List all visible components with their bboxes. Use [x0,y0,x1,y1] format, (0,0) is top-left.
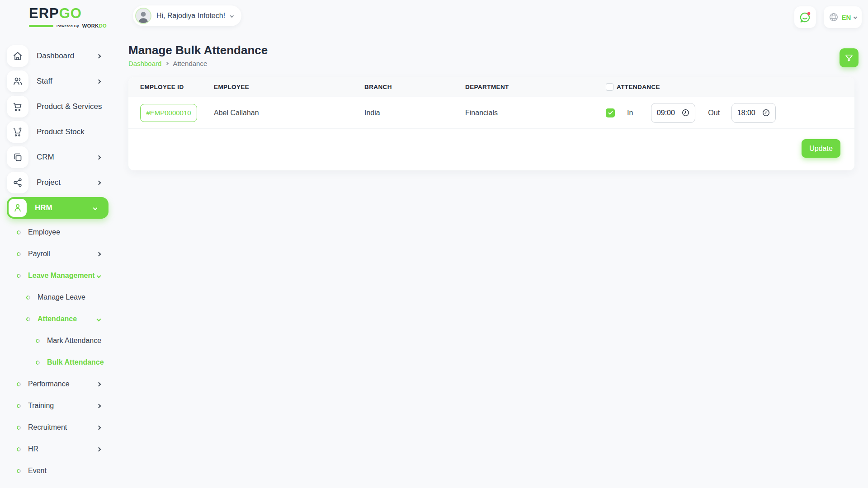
bullet-icon [16,403,22,409]
chevron-down-icon [97,273,101,278]
sidebar-item-label: Leave Management [28,272,95,280]
sidebar-item-hr[interactable]: HR [0,438,112,460]
bullet-icon [16,251,22,257]
sidebar-item-dashboard[interactable]: Dashboard [0,43,112,69]
logo-wordmark: ERPGO [29,6,107,20]
sidebar-item-label: CRM [37,153,54,162]
sidebar-item-event[interactable]: Event [0,460,112,482]
sidebar-item-hrm[interactable]: HRM [7,197,108,219]
col-header-branch: BRANCH [364,84,465,90]
select-all-checkbox[interactable] [606,83,613,91]
users-icon [7,70,28,92]
sidebar-item-label: HR [28,445,38,453]
sidebar-item-product-services[interactable]: Product & Services [0,94,112,119]
col-header-employee: EMPLOYEE [214,84,364,90]
chevron-right-icon [97,404,101,408]
avatar [135,8,151,24]
messenger-button[interactable] [794,6,816,28]
bullet-icon [25,316,31,322]
filter-button[interactable] [840,48,859,67]
chevron-right-icon [97,382,101,386]
sidebar-item-label: Product & Services [37,102,102,111]
user-greeting: Hi, Rajodiya Infotech! [156,12,225,20]
sidebar-item-crm[interactable]: CRM [0,145,112,170]
bullet-icon [16,381,22,387]
sidebar-item-label: Recruitment [28,423,67,432]
sidebar: ERPGO Powered By WORKDO Dashboard Staff [0,0,112,488]
sidebar-item-label: Attendance [38,315,77,323]
out-label: Out [708,109,720,117]
sidebar-item-label: Employee [28,228,60,236]
logo-erp-text: ERP [29,5,59,21]
sidebar-item-bulk-attendance[interactable]: Bulk Attendance [0,352,112,373]
chevron-down-icon [854,15,857,19]
chevron-down-icon [230,14,234,18]
bullet-icon [16,446,22,452]
col-header-attendance-group: ATTENDANCE [606,83,854,91]
sidebar-item-performance[interactable]: Performance [0,373,112,395]
chevron-right-icon [97,79,101,84]
sidebar-item-product-stock[interactable]: Product Stock [0,119,112,145]
sidebar-item-label: Training [28,402,54,410]
bullet-icon [16,230,22,235]
globe-icon [829,12,839,22]
sidebar-item-label: Payroll [28,250,50,258]
sidebar-item-label: Bulk Attendance [47,358,104,366]
bullet-icon [16,425,22,431]
workdo-wordmark: WORKDO [82,23,107,28]
in-label: In [627,109,633,117]
bullet-icon [35,338,41,344]
chevron-down-icon [93,206,98,210]
employee-name-cell: Abel Callahan [214,109,364,117]
chevron-right-icon [97,447,101,451]
employee-id-button[interactable]: #EMP0000010 [140,104,197,122]
sidebar-item-attendance[interactable]: Attendance [0,308,112,330]
chevron-right-icon [97,252,101,256]
sidebar-item-label: Manage Leave [38,293,85,301]
bullet-icon [35,360,41,366]
sidebar-item-label: HRM [35,203,52,212]
logo-subline: Powered By WORKDO [29,23,107,28]
sidebar-item-mark-attendance[interactable]: Mark Attendance [0,330,112,352]
sidebar-item-label: Event [28,467,47,475]
sidebar-item-leave-management[interactable]: Leave Management [0,265,112,286]
sidebar-item-label: Performance [28,380,70,388]
table-row: #EMP0000010 Abel Callahan India Financia… [128,97,854,129]
sidebar-item-recruitment[interactable]: Recruitment [0,417,112,438]
out-time-input[interactable] [737,109,758,117]
breadcrumb: Dashboard Attendance [128,60,207,67]
attendance-checkbox[interactable] [606,108,615,117]
sidebar-item-training[interactable]: Training [0,395,112,417]
language-selector[interactable]: EN [824,6,862,28]
chevron-right-icon [97,180,101,185]
page-title: Manage Bulk Attendance [128,43,268,57]
user-menu[interactable]: Hi, Rajodiya Infotech! [133,5,241,26]
in-time-input[interactable] [657,109,678,117]
sidebar-item-payroll[interactable]: Payroll [0,243,112,265]
branch-cell: India [364,109,465,117]
sidebar-item-label: Mark Attendance [47,337,101,345]
cart-plus-icon [7,121,28,143]
person-icon [9,199,27,217]
bulk-attendance-card: EMPLOYEE ID EMPLOYEE BRANCH DEPARTMENT A… [128,77,854,170]
sidebar-item-label: Staff [37,77,52,86]
sidebar-item-employee[interactable]: Employee [0,221,112,243]
bullet-icon [16,468,22,474]
chat-smiley-icon [798,10,812,24]
breadcrumb-dashboard-link[interactable]: Dashboard [128,60,161,67]
update-button[interactable]: Update [802,139,840,158]
breadcrumb-current: Attendance [173,60,207,67]
erpgo-logo[interactable]: ERPGO Powered By WORKDO [29,6,107,28]
col-header-department: DEPARTMENT [465,84,606,90]
chevron-right-icon [97,425,101,430]
chevron-down-icon [97,317,101,321]
sidebar-item-project[interactable]: Project [0,170,112,195]
clock-icon[interactable] [762,108,770,117]
clock-icon[interactable] [681,108,690,117]
col-header-attendance: ATTENDANCE [617,84,660,90]
attendance-cell: In Out [606,103,854,123]
sidebar-item-staff[interactable]: Staff [0,69,112,94]
sidebar-menu: Dashboard Staff Product & Services Produ… [0,43,112,482]
logo-go-text: GO [59,5,82,21]
sidebar-item-manage-leave[interactable]: Manage Leave [0,286,112,308]
